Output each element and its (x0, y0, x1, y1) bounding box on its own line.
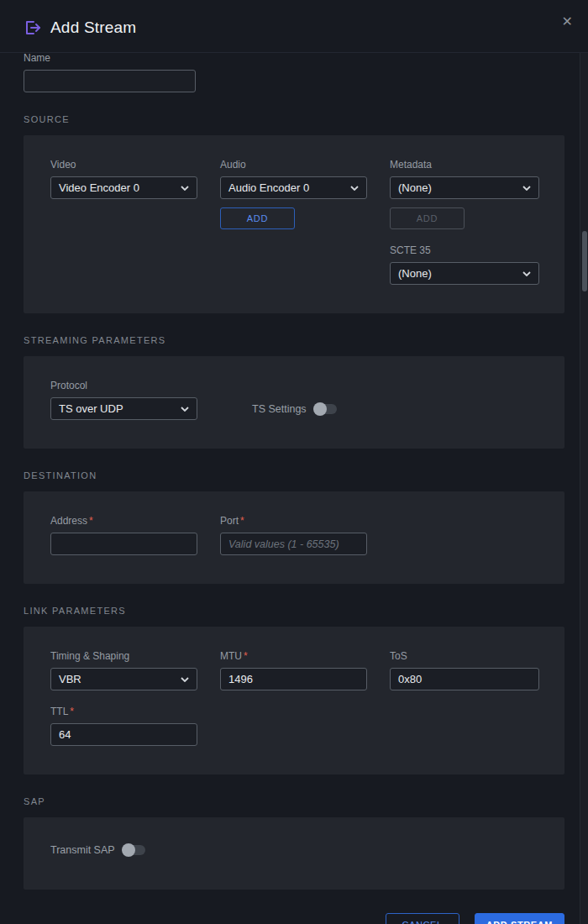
ttl-field: TTL* (50, 706, 197, 746)
source-header: SOURCE (24, 114, 564, 124)
source-section: SOURCE Video Video Encoder 0 Audio Audio… (24, 114, 564, 313)
chevron-down-icon (522, 186, 531, 191)
mtu-label: MTU* (220, 650, 367, 662)
ts-settings-label: TS Settings (252, 403, 307, 415)
add-stream-dialog: Add Stream ✕ Name SOURCE Video Video Enc… (0, 0, 588, 924)
mtu-field: MTU* (220, 650, 367, 690)
protocol-select[interactable]: TS over UDP (50, 397, 197, 420)
video-label: Video (50, 159, 197, 171)
audio-field: Audio Audio Encoder 0 ADD (220, 159, 367, 229)
timing-shaping-label: Timing & Shaping (50, 650, 197, 662)
audio-add-button[interactable]: ADD (220, 207, 295, 229)
scrollbar[interactable] (580, 53, 588, 924)
add-stream-icon (24, 18, 42, 37)
toggle-knob (313, 402, 327, 416)
chevron-down-icon (181, 186, 189, 191)
required-asterisk: * (240, 515, 244, 527)
ts-settings-toggle[interactable] (314, 404, 337, 414)
port-input[interactable] (220, 533, 367, 555)
tos-label: ToS (390, 650, 539, 662)
link-parameters-section: LINK PARAMETERS Timing & Shaping VBR MTU… (24, 606, 564, 774)
page-title: Add Stream (50, 18, 136, 37)
close-icon: ✕ (562, 14, 573, 29)
ts-settings-field: TS Settings (252, 397, 367, 420)
sap-section: SAP Transmit SAP (24, 796, 564, 890)
port-field: Port* (220, 515, 367, 555)
required-asterisk: * (89, 515, 93, 527)
chevron-down-icon (522, 271, 531, 276)
name-label: Name (24, 52, 564, 64)
scrollbar-thumb[interactable] (582, 231, 587, 291)
protocol-field: Protocol TS over UDP (50, 380, 197, 420)
required-asterisk: * (244, 650, 248, 662)
ttl-input[interactable] (50, 723, 197, 746)
address-input[interactable] (50, 533, 197, 555)
video-select[interactable]: Video Encoder 0 (50, 176, 197, 199)
name-field: Name (24, 52, 564, 92)
tos-input[interactable] (390, 668, 539, 690)
ttl-label: TTL* (50, 706, 197, 717)
metadata-label: Metadata (390, 159, 539, 171)
dialog-header: Add Stream (24, 0, 564, 37)
transmit-sap-label: Transmit SAP (50, 844, 115, 856)
header-divider (0, 52, 588, 53)
close-button[interactable]: ✕ (555, 12, 580, 32)
metadata-add-button[interactable]: ADD (390, 207, 465, 229)
port-label: Port* (220, 515, 367, 527)
cancel-button[interactable]: CANCEL (386, 913, 459, 924)
name-input[interactable] (24, 70, 196, 92)
audio-label: Audio (220, 159, 367, 171)
destination-header: DESTINATION (24, 470, 564, 480)
tos-field: ToS (390, 650, 539, 690)
audio-select[interactable]: Audio Encoder 0 (220, 176, 367, 199)
required-asterisk: * (70, 706, 74, 717)
protocol-label: Protocol (50, 380, 197, 391)
scte35-label: SCTE 35 (390, 244, 539, 256)
chevron-down-icon (350, 186, 359, 191)
streaming-parameters-section: STREAMING PARAMETERS Protocol TS over UD… (24, 335, 564, 449)
toggle-knob (122, 843, 135, 857)
dialog-footer: CANCEL ADD STREAM (24, 913, 564, 924)
destination-section: DESTINATION Address* Port* (24, 470, 564, 584)
streaming-parameters-header: STREAMING PARAMETERS (24, 335, 564, 345)
scte35-select[interactable]: (None) (390, 262, 539, 285)
sap-header: SAP (24, 796, 564, 806)
address-label: Address* (50, 515, 197, 527)
metadata-select[interactable]: (None) (390, 176, 539, 199)
link-parameters-header: LINK PARAMETERS (24, 606, 564, 616)
mtu-input[interactable] (220, 668, 367, 690)
chevron-down-icon (181, 407, 189, 412)
transmit-sap-toggle[interactable] (123, 845, 145, 855)
transmit-sap-field: Transmit SAP (50, 841, 538, 861)
add-stream-button[interactable]: ADD STREAM (475, 913, 564, 924)
address-field: Address* (50, 515, 197, 555)
chevron-down-icon (181, 677, 189, 682)
scte35-field: SCTE 35 (None) (390, 244, 539, 285)
timing-shaping-select[interactable]: VBR (50, 668, 197, 690)
metadata-field: Metadata (None) ADD (390, 159, 539, 229)
video-field: Video Video Encoder 0 (50, 159, 197, 229)
timing-shaping-field: Timing & Shaping VBR (50, 650, 197, 690)
